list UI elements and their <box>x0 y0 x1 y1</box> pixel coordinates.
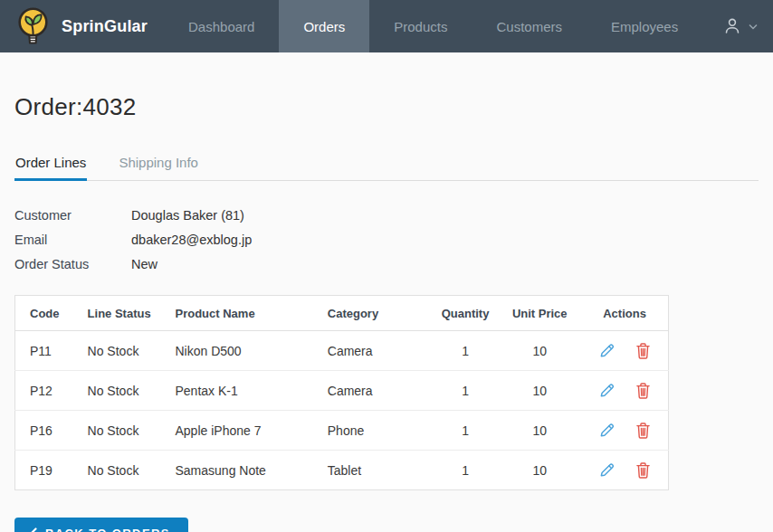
cell-category: Camera <box>319 331 433 371</box>
cell-code: P16 <box>15 411 79 451</box>
page-title: Order:4032 <box>14 93 759 121</box>
column-header-category: Category <box>319 296 433 331</box>
detail-value: Douglas Baker (81) <box>131 208 244 223</box>
cell-code: P11 <box>15 331 79 371</box>
cell-line-status: No Stock <box>79 371 167 411</box>
cell-quantity: 1 <box>433 371 499 411</box>
delete-trash-icon <box>635 461 651 479</box>
account-menu[interactable] <box>702 0 773 52</box>
cell-category: Camera <box>319 371 433 411</box>
cell-code: P12 <box>15 371 79 411</box>
delete-trash-icon <box>635 342 651 359</box>
cell-quantity: 1 <box>433 331 499 371</box>
nav-item-orders[interactable]: Orders <box>279 0 369 52</box>
chevron-left-icon <box>29 527 37 532</box>
table-row: P11No StockNikon D500Camera110 <box>15 331 669 371</box>
cell-line-status: No Stock <box>79 331 167 371</box>
tab-order-lines[interactable]: Order Lines <box>14 155 87 181</box>
detail-row: Order StatusNew <box>14 257 759 271</box>
column-header-product-name: Product Name <box>167 296 319 331</box>
delete-trash-icon <box>635 422 651 439</box>
detail-value: dbaker28@exblog.jp <box>131 233 252 247</box>
detail-label: Customer <box>14 208 131 223</box>
brand[interactable]: SprinGular <box>0 0 164 52</box>
detail-label: Order Status <box>14 257 131 271</box>
cell-actions <box>581 371 668 411</box>
delete-button[interactable] <box>627 382 659 399</box>
delete-trash-icon <box>635 382 651 399</box>
tabs: Order LinesShipping Info <box>14 155 759 181</box>
navbar: SprinGular DashboardOrdersProductsCustom… <box>0 0 773 52</box>
cell-actions <box>581 411 668 451</box>
column-header-unit-price: Unit Price <box>498 296 581 331</box>
tab-shipping-info[interactable]: Shipping Info <box>118 155 199 181</box>
cell-actions <box>581 451 668 490</box>
table-row: P19No StockSamasung NoteTablet110 <box>15 451 669 490</box>
edit-button[interactable] <box>590 382 624 399</box>
cell-category: Phone <box>319 411 433 451</box>
table-body: P11No StockNikon D500Camera110 P12No Sto… <box>15 331 669 490</box>
edit-button[interactable] <box>590 461 624 479</box>
nav-item-employees[interactable]: Employees <box>587 0 702 52</box>
table-row: P16No StockApple iPhone 7Phone110 <box>15 411 669 451</box>
edit-pencil-icon <box>598 382 616 399</box>
cell-category: Tablet <box>319 451 433 490</box>
column-header-actions: Actions <box>581 296 668 331</box>
column-header-line-status: Line Status <box>79 296 167 331</box>
detail-row: Emaildbaker28@exblog.jp <box>14 233 759 247</box>
detail-label: Email <box>14 233 131 247</box>
cell-line-status: No Stock <box>79 411 167 451</box>
brand-name: SprinGular <box>62 17 148 36</box>
user-icon <box>722 16 742 36</box>
cell-unit-price: 10 <box>498 371 581 411</box>
nav-item-dashboard[interactable]: Dashboard <box>164 0 279 52</box>
nav-item-customers[interactable]: Customers <box>472 0 587 52</box>
cell-product-name: Apple iPhone 7 <box>167 411 319 451</box>
chevron-down-icon <box>749 24 758 30</box>
edit-pencil-icon <box>598 422 616 439</box>
cell-quantity: 1 <box>433 411 499 451</box>
delete-button[interactable] <box>627 342 659 359</box>
cell-unit-price: 10 <box>498 451 581 490</box>
cell-product-name: Samasung Note <box>167 451 319 490</box>
cell-code: P19 <box>15 451 79 490</box>
cell-product-name: Nikon D500 <box>167 331 319 371</box>
cell-actions <box>581 331 668 371</box>
table-row: P12No StockPentax K-1Camera110 <box>15 371 669 411</box>
nav-item-products[interactable]: Products <box>369 0 472 52</box>
back-button-label: BACK TO ORDERS <box>45 527 170 532</box>
cell-line-status: No Stock <box>79 451 167 490</box>
edit-pencil-icon <box>598 342 616 359</box>
cell-product-name: Pentax K-1 <box>167 371 319 411</box>
back-to-orders-button[interactable]: BACK TO ORDERS <box>14 518 188 532</box>
delete-button[interactable] <box>627 461 659 479</box>
detail-row: CustomerDouglas Baker (81) <box>14 208 759 223</box>
order-details: CustomerDouglas Baker (81)Emaildbaker28@… <box>14 208 759 271</box>
detail-value: New <box>131 257 157 271</box>
edit-pencil-icon <box>598 461 616 479</box>
main-content: Order:4032 Order LinesShipping Info Cust… <box>0 93 773 532</box>
column-header-quantity: Quantity <box>433 296 499 331</box>
edit-button[interactable] <box>590 342 624 359</box>
cell-quantity: 1 <box>433 451 499 490</box>
column-header-code: Code <box>15 296 79 331</box>
table-header-row: CodeLine StatusProduct NameCategoryQuant… <box>15 296 669 331</box>
lightbulb-leaf-icon <box>14 5 52 47</box>
delete-button[interactable] <box>627 422 659 439</box>
edit-button[interactable] <box>590 422 624 439</box>
nav-items: DashboardOrdersProductsCustomersEmployee… <box>164 0 702 52</box>
order-lines-table: CodeLine StatusProduct NameCategoryQuant… <box>14 295 669 490</box>
cell-unit-price: 10 <box>498 411 581 451</box>
cell-unit-price: 10 <box>498 331 581 371</box>
